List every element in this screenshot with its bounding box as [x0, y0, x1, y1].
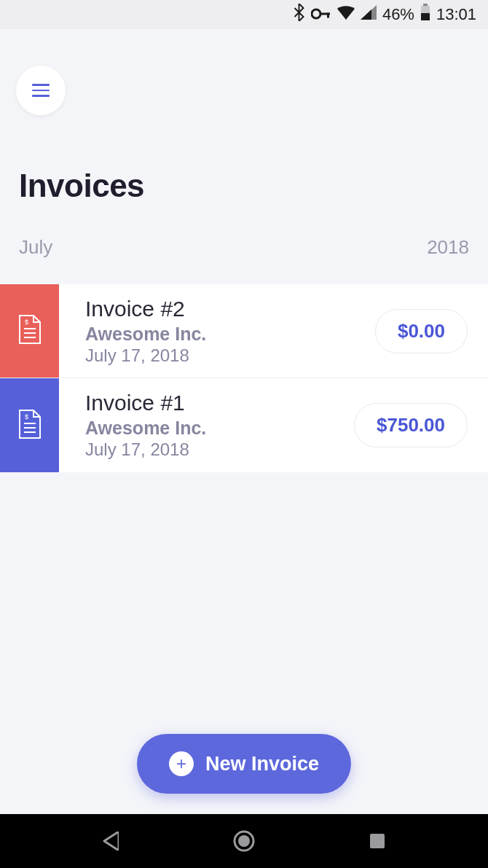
invoice-date: July 17, 2018: [85, 439, 341, 460]
back-button[interactable]: [98, 828, 124, 854]
menu-button[interactable]: [16, 66, 66, 115]
period-month: July: [19, 236, 52, 259]
svg-text:$: $: [25, 413, 28, 421]
invoice-date: July 17, 2018: [85, 345, 362, 366]
invoice-row[interactable]: $ Invoice #1 Awesome Inc. July 17, 2018 …: [0, 378, 488, 472]
page-title: Invoices: [19, 168, 144, 204]
period-row: July 2018: [0, 236, 488, 259]
svg-rect-3: [423, 4, 428, 6]
invoice-amount: $750.00: [354, 403, 468, 447]
invoice-status-strip: $: [0, 378, 59, 472]
invoice-title: Invoice #1: [85, 391, 341, 415]
svg-point-15: [238, 835, 250, 847]
document-icon: $: [17, 409, 42, 442]
invoice-info: Invoice #1 Awesome Inc. July 17, 2018: [59, 378, 354, 472]
home-button[interactable]: [231, 828, 257, 854]
svg-rect-5: [421, 13, 430, 20]
invoice-amount: $0.00: [375, 309, 468, 353]
content-area: Invoices July 2018 $ Invoice: [0, 29, 488, 814]
bluetooth-icon: [293, 4, 305, 26]
svg-text:$: $: [25, 318, 28, 326]
recent-button[interactable]: [364, 828, 390, 854]
battery-percent: 46%: [382, 5, 414, 24]
invoice-info: Invoice #2 Awesome Inc. July 17, 2018: [59, 284, 375, 378]
svg-rect-16: [370, 834, 385, 848]
invoice-company: Awesome Inc.: [85, 324, 362, 345]
wifi-icon: [337, 5, 355, 24]
period-year: 2018: [427, 236, 469, 259]
battery-icon: [420, 4, 430, 26]
invoice-row[interactable]: $ Invoice #2 Awesome Inc. July 17, 2018 …: [0, 284, 488, 378]
status-icons: 46% 13:01: [293, 4, 476, 26]
key-icon: [311, 5, 331, 24]
signal-icon: [361, 5, 377, 24]
new-invoice-button[interactable]: + New Invoice: [137, 734, 351, 794]
svg-point-0: [312, 9, 320, 18]
clock-time: 13:01: [436, 5, 476, 24]
plus-icon: +: [169, 751, 194, 776]
document-icon: $: [17, 314, 42, 348]
invoice-list: $ Invoice #2 Awesome Inc. July 17, 2018 …: [0, 284, 488, 472]
hamburger-icon: [32, 84, 50, 97]
status-bar: 46% 13:01: [0, 0, 488, 29]
android-nav-bar: [0, 814, 488, 868]
svg-rect-2: [327, 13, 329, 18]
invoice-status-strip: $: [0, 284, 59, 378]
invoice-company: Awesome Inc.: [85, 418, 341, 439]
invoice-title: Invoice #2: [85, 297, 362, 321]
new-invoice-label: New Invoice: [205, 753, 319, 775]
